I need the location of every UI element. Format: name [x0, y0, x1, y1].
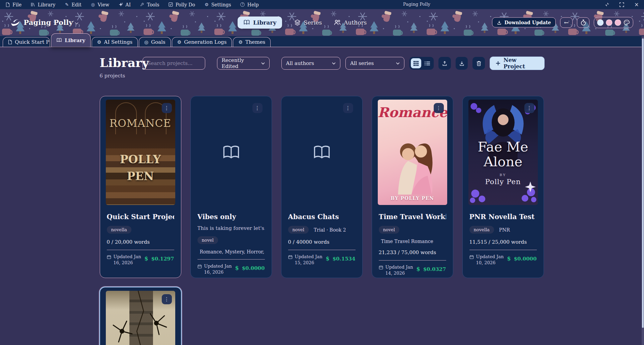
menu-library[interactable]: Library: [31, 2, 55, 7]
series-filter-select[interactable]: All series: [345, 57, 404, 70]
project-cost: $$0.1297: [145, 255, 174, 262]
nav-library[interactable]: Library: [238, 16, 282, 29]
gear-icon: ⚙: [177, 40, 182, 44]
nav-authors[interactable]: Authors: [334, 19, 367, 26]
project-card[interactable]: ⋮ Abacus Chats novel Trial · Book 2 0 / …: [281, 96, 363, 278]
kebab-icon: ⋮: [345, 105, 350, 111]
library-page: Library 6 projects Recently Edited All a…: [0, 47, 644, 345]
calendar-icon: [197, 264, 202, 275]
nav-series[interactable]: Series: [294, 19, 322, 26]
project-menu-button[interactable]: ⋮: [434, 103, 444, 113]
project-series-label: PNR: [499, 227, 510, 233]
project-card[interactable]: ROMANCE POLLY PEN ⋮ Quick Start Project …: [100, 96, 181, 278]
project-cover-placeholder: [287, 100, 357, 205]
project-genres: Romance, Mystery, Horror, Urban: [197, 249, 265, 254]
project-subtitle: This is taking forever let's…: [197, 225, 265, 231]
scrollbar-thumb[interactable]: [642, 38, 644, 328]
export-button[interactable]: [456, 57, 468, 70]
theme-switcher: [594, 17, 633, 28]
book-icon: [312, 144, 332, 161]
menu-view[interactable]: ◎ View: [91, 2, 110, 7]
tab-themes[interactable]: ⚙ Themes: [233, 37, 271, 47]
project-card[interactable]: Fae MeAlone BY Polly Pen ⋮ PNR Novella T…: [462, 96, 544, 278]
search-input[interactable]: [143, 57, 205, 70]
grid-view-button[interactable]: [411, 58, 421, 68]
help-icon: ?: [240, 2, 245, 7]
sparkles-icon: [118, 2, 123, 7]
tab-ai-settings[interactable]: ⚙ AI Settings: [92, 37, 138, 47]
palette-icon[interactable]: [623, 19, 630, 26]
calendar-icon: [379, 265, 383, 276]
book-icon: [56, 38, 62, 43]
menu-polly-do[interactable]: Polly Do: [168, 2, 195, 7]
gear-icon: ⚙: [97, 40, 101, 44]
project-type-badge: novel: [197, 236, 218, 244]
back-button[interactable]: ←: [560, 17, 573, 28]
project-cover: Fae MeAlone BY Polly Pen: [468, 100, 538, 205]
book-icon: [243, 20, 250, 25]
dollar-icon: $: [145, 255, 148, 262]
word-count: 21,233 / 75,000 words: [379, 249, 446, 255]
sort-select[interactable]: Recently Edited: [217, 57, 270, 70]
eye-icon: ◎: [91, 2, 95, 7]
logo-chevron-down-icon[interactable]: [75, 22, 79, 25]
window-collapse-icon[interactable]: [604, 2, 610, 7]
theme-swatch-pink-2[interactable]: [615, 19, 621, 26]
project-menu-button[interactable]: ⋮: [162, 294, 172, 304]
menu-ai[interactable]: AI: [118, 2, 131, 7]
project-title: Time Travel Working: [379, 213, 446, 221]
word-count: 0 / 40000 words: [288, 239, 356, 245]
tab-library[interactable]: Library: [51, 33, 91, 47]
calendar-icon: [469, 255, 474, 266]
window-title: Paging Polly: [403, 2, 430, 7]
project-type-badge: novella: [107, 226, 131, 234]
window-fullscreen-icon[interactable]: [619, 2, 624, 7]
updated-date: Updated Jan 16, 2026: [107, 254, 145, 266]
menu-file[interactable]: File: [5, 2, 22, 7]
wrench-icon: [140, 2, 145, 7]
window-close-icon[interactable]: ×: [634, 2, 639, 7]
project-series-label: Time Travel Romance: [379, 239, 446, 244]
app-logo: Paging Polly: [9, 18, 79, 27]
new-project-button[interactable]: New Project: [490, 57, 545, 70]
theme-swatch-blue[interactable]: [597, 19, 604, 26]
theme-swatch-pink-1[interactable]: [606, 19, 612, 26]
delete-button[interactable]: [472, 57, 485, 70]
timer-button[interactable]: [577, 17, 589, 28]
timer-icon: [580, 19, 586, 26]
pencil-icon: ✎: [64, 2, 69, 7]
project-menu-button[interactable]: ⋮: [524, 103, 534, 113]
menu-edit[interactable]: ✎ Edit: [64, 2, 81, 7]
logo-swoosh-icon: [9, 18, 21, 27]
project-type-badge: novella: [469, 226, 494, 234]
project-card[interactable]: ⋮ Vibes only This is taking forever let'…: [190, 96, 272, 278]
project-cost: $$0.1534: [326, 255, 356, 262]
download-update-button[interactable]: Download Update: [492, 18, 556, 28]
chevron-down-icon: [261, 62, 265, 65]
project-title: Quick Start Project: [107, 213, 174, 221]
menu-settings[interactable]: ⚙ Settings: [204, 2, 231, 7]
project-cover-placeholder: [196, 100, 266, 205]
project-menu-button[interactable]: ⋮: [252, 103, 263, 113]
checkbox-icon: [168, 2, 173, 7]
tab-goals[interactable]: ◎ Goals: [139, 37, 171, 47]
project-menu-button[interactable]: ⋮: [343, 103, 353, 113]
project-cost: $$0.0327: [417, 266, 446, 272]
tab-quick-start-project[interactable]: Quick Start Project: [3, 37, 50, 47]
project-grid: ROMANCE POLLY PEN ⋮ Quick Start Project …: [100, 96, 545, 345]
library-toolbar: Library 6 projects Recently Edited All a…: [100, 57, 545, 79]
list-view-button[interactable]: [422, 58, 432, 68]
menu-help[interactable]: ? Help: [240, 2, 259, 7]
menu-tools[interactable]: Tools: [140, 2, 159, 7]
project-menu-button[interactable]: ⋮: [162, 103, 172, 113]
import-button[interactable]: [438, 57, 451, 70]
calendar-icon: [107, 255, 111, 266]
project-card[interactable]: Romance BY POLLY PEN ⋮: [372, 96, 453, 278]
project-card[interactable]: SOMETHING IS WRONG ⋮: [100, 287, 181, 345]
authors-filter-select[interactable]: All authors: [281, 57, 340, 70]
app-name: Paging Polly: [24, 18, 73, 27]
tab-generation-logs[interactable]: ⚙ Generation Logs: [172, 37, 232, 47]
couple-illustration: [378, 119, 447, 197]
scrollbar[interactable]: [642, 36, 644, 345]
plus-icon: [496, 61, 500, 66]
